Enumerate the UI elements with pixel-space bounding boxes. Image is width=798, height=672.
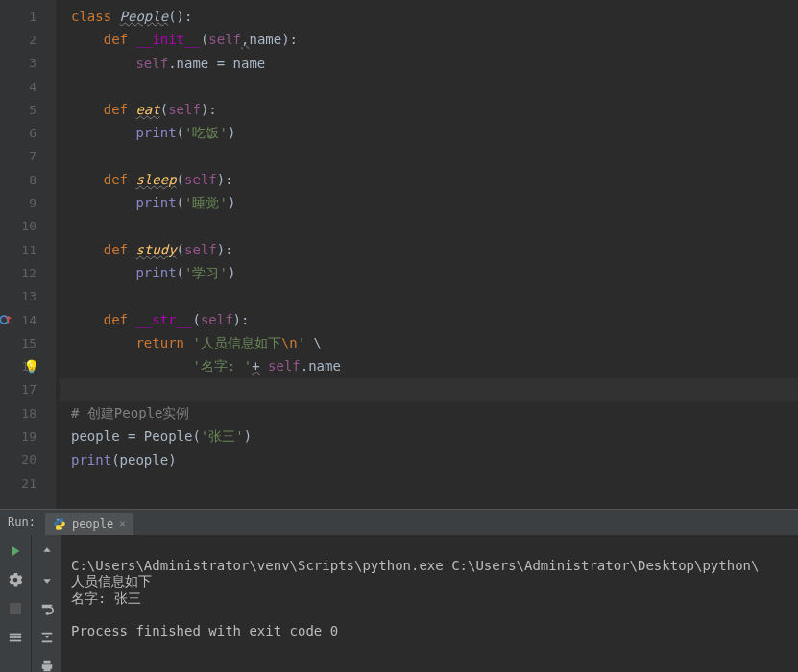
gutter-line[interactable]: 11 [0,238,56,261]
run-tab-label: people [72,517,113,531]
code-line[interactable]: print(people) [60,448,798,471]
soft-wrap-button[interactable] [36,598,58,619]
code-line[interactable] [60,75,798,98]
settings-button[interactable] [5,569,26,590]
run-tool-window: Run: people ✕ [0,509,798,672]
run-output[interactable]: C:\Users\Administrator\venv\Scripts\pyth… [61,535,798,672]
output-command: C:\Users\Administrator\venv\Scripts\pyth… [71,558,759,573]
code-line[interactable]: people = People('张三') [60,424,798,447]
code-line[interactable]: class People(): [60,5,798,28]
gutter-line[interactable]: 6 [0,121,56,144]
gutter-line[interactable]: 15 [0,331,56,354]
svg-rect-5 [10,640,21,642]
code-line[interactable]: # 创建People实例 [60,401,798,424]
run-tab[interactable]: people ✕ [45,513,133,535]
gutter-line[interactable]: 9 [0,191,56,214]
code-line[interactable] [60,471,798,494]
gutter-line[interactable]: 13 [0,285,56,308]
gutter-line[interactable]: 1 [0,5,56,28]
gutter-line[interactable]: 3 [0,52,56,75]
code-line[interactable]: def sleep(self): [60,168,798,191]
layout-button[interactable] [5,627,26,648]
gutter: 12345678910111213141516💡1718192021 [0,0,56,509]
python-icon [53,517,66,531]
code-line[interactable]: print('睡觉') [60,191,798,214]
code-line[interactable]: '名字: '+ self.name [60,354,798,377]
code-line[interactable]: def study(self): [60,238,798,261]
gutter-line[interactable]: 2 [0,28,56,51]
code-line[interactable]: self.name = name [60,52,798,75]
code-line[interactable] [60,215,798,238]
print-button[interactable] [36,656,58,672]
code-area[interactable]: class People(): def __init__(self,name):… [56,0,798,509]
gutter-line[interactable]: 20 [0,448,56,471]
code-line[interactable]: return '人员信息如下\n' \ [60,331,798,354]
output-line-2: 名字: 张三 [71,590,141,606]
code-line[interactable]: def __str__(self): [60,308,798,331]
output-exit: Process finished with exit code 0 [71,623,338,638]
code-line[interactable]: print('吃饭') [60,121,798,144]
svg-point-2 [61,527,62,528]
gutter-line[interactable]: 8 [0,168,56,191]
rerun-button[interactable] [5,540,26,562]
gutter-line[interactable]: 18 [0,401,56,424]
code-line[interactable] [60,145,798,168]
run-body: C:\Users\Administrator\venv\Scripts\pyth… [0,535,798,672]
gutter-line[interactable]: 14 [0,308,56,331]
svg-rect-4 [10,636,21,638]
gutter-line[interactable]: 21 [0,471,56,494]
svg-rect-3 [10,603,21,614]
code-line[interactable]: print('学习') [60,261,798,284]
stop-button[interactable] [5,598,26,619]
gutter-line[interactable]: 10 [0,215,56,238]
down-button[interactable] [36,569,58,590]
run-header: Run: people ✕ [0,510,798,535]
code-line[interactable] [60,378,798,401]
close-icon[interactable]: ✕ [119,517,126,530]
run-toolbar-left [0,535,31,672]
editor-pane: 12345678910111213141516💡1718192021 class… [0,0,798,509]
gutter-line[interactable]: 19 [0,424,56,447]
gutter-line[interactable]: 7 [0,145,56,168]
svg-point-1 [57,519,58,520]
code-line[interactable]: def eat(self): [60,98,798,121]
intention-bulb-icon[interactable]: 💡 [21,359,40,374]
up-button[interactable] [36,540,58,562]
code-line[interactable] [60,285,798,308]
run-toolbar-right [31,535,61,672]
gutter-line[interactable]: 12 [0,261,56,284]
code-line[interactable]: def __init__(self,name): [60,28,798,51]
gutter-line[interactable]: 17 [0,378,56,401]
scroll-to-end-button[interactable] [36,627,58,648]
gutter-line[interactable]: 4 [0,75,56,98]
svg-rect-6 [10,634,21,636]
gutter-line[interactable]: 16💡 [0,354,56,377]
gutter-line[interactable]: 5 [0,98,56,121]
output-line-1: 人员信息如下 [71,573,152,588]
run-label: Run: [8,516,36,529]
override-method-icon[interactable] [0,313,15,326]
